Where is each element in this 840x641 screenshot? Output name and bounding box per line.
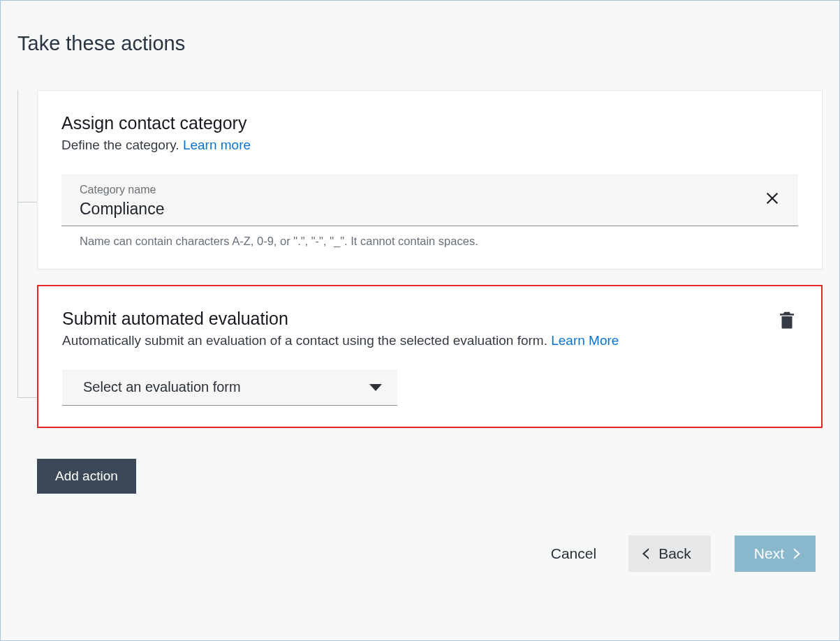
add-action-button[interactable]: Add action xyxy=(37,459,136,494)
back-button[interactable]: Back xyxy=(628,536,711,572)
subtitle-text: Define the category. xyxy=(61,138,183,152)
next-label: Next xyxy=(754,545,784,562)
card-subtitle: Automatically submit an evaluation of a … xyxy=(62,333,797,348)
evaluation-form-select[interactable]: Select an evaluation form xyxy=(62,369,397,406)
card-subtitle: Define the category. Learn more xyxy=(61,138,798,153)
learn-more-link[interactable]: Learn more xyxy=(183,138,251,152)
back-label: Back xyxy=(658,545,691,562)
card-title: Assign contact category xyxy=(61,113,798,133)
trash-icon xyxy=(776,321,797,333)
category-name-field: Category name xyxy=(61,174,798,226)
learn-more-link[interactable]: Learn More xyxy=(551,333,619,348)
page-title: Take these actions xyxy=(17,32,823,55)
wizard-footer: Cancel Back Next xyxy=(17,536,823,572)
select-placeholder: Select an evaluation form xyxy=(83,379,241,395)
close-icon xyxy=(765,191,780,209)
cancel-button[interactable]: Cancel xyxy=(543,538,605,569)
delete-action-button[interactable] xyxy=(776,309,797,334)
field-help-text: Name can contain characters A-Z, 0-9, or… xyxy=(80,235,798,248)
clear-input-button[interactable] xyxy=(760,186,784,213)
card-title: Submit automated evaluation xyxy=(62,309,797,329)
caret-down-icon xyxy=(369,384,382,391)
actions-timeline: Assign contact category Define the categ… xyxy=(37,90,823,494)
subtitle-text: Automatically submit an evaluation of a … xyxy=(62,333,551,348)
submit-evaluation-card: Submit automated evaluation Automaticall… xyxy=(37,285,823,428)
chevron-left-icon xyxy=(642,548,649,559)
category-name-input[interactable] xyxy=(80,200,710,219)
chevron-right-icon xyxy=(794,548,800,559)
field-label: Category name xyxy=(80,184,780,196)
assign-category-card: Assign contact category Define the categ… xyxy=(37,90,823,270)
next-button[interactable]: Next xyxy=(735,536,816,572)
